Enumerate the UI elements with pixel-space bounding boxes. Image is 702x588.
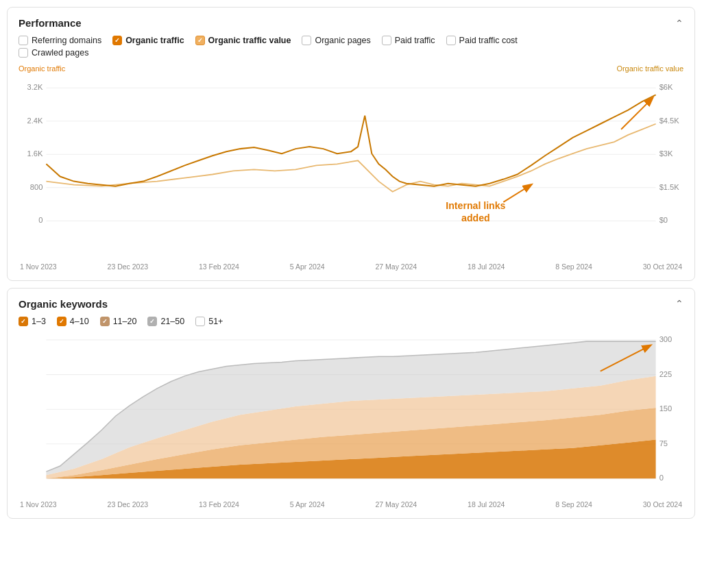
filter-kw-51plus[interactable]: 51+ [195, 317, 223, 326]
svg-text:75: 75 [659, 439, 668, 448]
checkbox-kw-4-10[interactable] [57, 317, 66, 326]
filter-label-paid-traffic-cost: Paid traffic cost [459, 36, 518, 45]
svg-text:$6K: $6K [659, 83, 673, 91]
kw-x-label-4: 27 May 2024 [375, 500, 417, 509]
svg-text:2.4K: 2.4K [27, 117, 43, 125]
svg-text:225: 225 [659, 369, 673, 378]
x-label-6: 8 Sep 2024 [555, 262, 592, 271]
filter-label-crawled-pages: Crawled pages [32, 48, 88, 58]
filter-label-kw-51plus: 51+ [208, 317, 223, 326]
performance-chart: 3.2K 2.4K 1.6K 800 0 $6K $4.5K $3K $1.5K… [19, 74, 683, 261]
keywords-title: Organic keywords [19, 298, 108, 310]
kw-x-label-6: 8 Sep 2024 [555, 500, 592, 509]
filter-kw-11-20[interactable]: 11–20 [100, 317, 137, 326]
filter-crawled-pages[interactable]: Crawled pages [19, 48, 88, 58]
kw-x-label-5: 18 Jul 2024 [468, 500, 505, 509]
filter-kw-4-10[interactable]: 4–10 [57, 317, 89, 326]
svg-text:800: 800 [30, 183, 43, 191]
svg-text:1.6K: 1.6K [27, 149, 43, 158]
filter-label-kw-1-3: 1–3 [32, 317, 46, 326]
filter-label-organic-pages: Organic pages [315, 36, 370, 45]
filter-organic-traffic[interactable]: Organic traffic [112, 36, 184, 45]
filter-label-referring-domains: Referring domains [32, 36, 101, 45]
checkbox-organic-traffic[interactable] [112, 36, 122, 45]
checkbox-kw-11-20[interactable] [100, 317, 110, 326]
x-label-4: 27 May 2024 [375, 262, 417, 271]
filter-kw-1-3[interactable]: 1–3 [19, 317, 46, 326]
performance-section: Performance ⌃ Referring domains Organic … [7, 7, 695, 281]
filter-referring-domains[interactable]: Referring domains [19, 36, 101, 45]
keywords-x-axis: 1 Nov 2023 23 Dec 2023 13 Feb 2024 5 Apr… [19, 500, 683, 509]
x-label-2: 13 Feb 2024 [199, 262, 239, 271]
checkbox-referring-domains[interactable] [19, 36, 28, 45]
filter-label-organic-traffic: Organic traffic [125, 36, 184, 45]
keywords-collapse-icon[interactable]: ⌃ [675, 298, 683, 309]
svg-text:added: added [461, 212, 490, 223]
svg-text:$4.5K: $4.5K [659, 117, 680, 125]
filter-organic-pages[interactable]: Organic pages [302, 36, 370, 45]
svg-line-18 [621, 98, 652, 129]
keywords-header: Organic keywords ⌃ [19, 298, 683, 310]
filter-paid-traffic-cost[interactable]: Paid traffic cost [446, 36, 518, 45]
keywords-filters: 1–3 4–10 11–20 21–50 51+ [19, 317, 683, 326]
checkbox-kw-21-50[interactable] [147, 317, 157, 326]
filter-label-paid-traffic: Paid traffic [395, 36, 435, 45]
x-label-3: 5 Apr 2024 [290, 262, 325, 271]
x-label-5: 18 Jul 2024 [468, 262, 505, 271]
x-label-0: 1 Nov 2023 [20, 262, 57, 271]
checkbox-organic-pages[interactable] [302, 36, 311, 45]
performance-x-axis: 1 Nov 2023 23 Dec 2023 13 Feb 2024 5 Apr… [19, 262, 683, 271]
performance-title: Performance [19, 17, 82, 29]
checkbox-kw-51plus[interactable] [195, 317, 205, 326]
svg-text:$1.5K: $1.5K [659, 183, 680, 191]
checkbox-organic-traffic-value[interactable] [195, 36, 205, 45]
performance-header: Performance ⌃ [19, 17, 683, 29]
filter-label-kw-21-50: 21–50 [160, 317, 184, 326]
svg-text:0: 0 [659, 474, 664, 482]
kw-x-label-0: 1 Nov 2023 [20, 500, 57, 509]
kw-x-label-2: 13 Feb 2024 [199, 500, 239, 509]
svg-text:300: 300 [659, 335, 673, 343]
filter-kw-21-50[interactable]: 21–50 [147, 317, 184, 326]
kw-x-label-7: 30 Oct 2024 [643, 500, 682, 509]
performance-chart-svg: 3.2K 2.4K 1.6K 800 0 $6K $4.5K $3K $1.5K… [19, 74, 683, 261]
organic-traffic-line [46, 95, 655, 186]
keywords-section: Organic keywords ⌃ 1–3 4–10 11–20 21–50 … [7, 288, 695, 519]
chart-axis-labels: Organic traffic Organic traffic value [19, 64, 683, 73]
performance-filters: Referring domains Organic traffic Organi… [19, 36, 683, 45]
checkbox-kw-1-3[interactable] [19, 317, 28, 326]
kw-x-label-3: 5 Apr 2024 [290, 500, 325, 509]
checkbox-crawled-pages[interactable] [19, 48, 28, 58]
svg-text:Internal links: Internal links [446, 200, 505, 211]
keywords-chart: 300 225 150 75 0 [19, 333, 683, 500]
filter-organic-traffic-value[interactable]: Organic traffic value [195, 36, 291, 45]
svg-text:150: 150 [659, 404, 673, 413]
keywords-chart-svg: 300 225 150 75 0 [19, 333, 683, 500]
checkbox-paid-traffic-cost[interactable] [446, 36, 456, 45]
performance-filters-row2: Crawled pages [19, 48, 683, 58]
svg-text:$0: $0 [659, 216, 668, 224]
filter-label-kw-4-10: 4–10 [70, 317, 89, 326]
left-axis-label: Organic traffic [19, 64, 65, 73]
svg-text:3.2K: 3.2K [27, 83, 43, 91]
filter-label-organic-traffic-value: Organic traffic value [208, 36, 291, 45]
right-axis-label: Organic traffic value [616, 64, 683, 73]
x-label-7: 30 Oct 2024 [643, 262, 682, 271]
performance-collapse-icon[interactable]: ⌃ [675, 18, 683, 29]
svg-text:0: 0 [38, 216, 43, 224]
svg-text:$3K: $3K [659, 149, 673, 158]
filter-paid-traffic[interactable]: Paid traffic [382, 36, 435, 45]
kw-x-label-1: 23 Dec 2023 [108, 500, 149, 509]
x-label-1: 23 Dec 2023 [108, 262, 149, 271]
checkbox-paid-traffic[interactable] [382, 36, 391, 45]
filter-label-kw-11-20: 11–20 [113, 317, 137, 326]
